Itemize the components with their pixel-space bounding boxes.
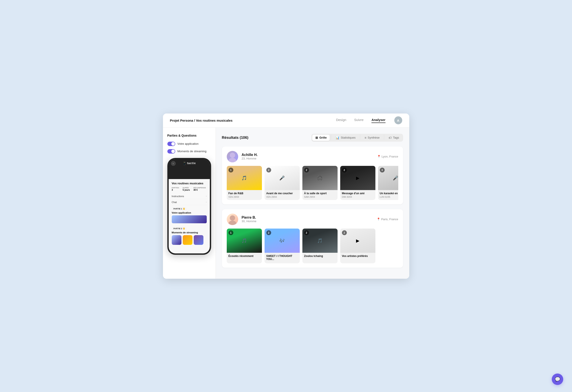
chat-fab-icon: 💬 [555, 376, 560, 382]
location-pin-icon-2: 📍 [377, 218, 380, 221]
main-nav: Design Suivre Analyser [336, 118, 385, 123]
view-controls: ⊞ Grille 📊 Statistiques ≡ Synthèse [311, 134, 403, 142]
media-card-pierre-4[interactable]: ▶ 2 Vos artistes préférés [340, 229, 375, 263]
view-btn-statistiques[interactable]: 📊 Statistiques [333, 135, 358, 141]
media-badge-p4: 2 [342, 230, 347, 235]
tag-icon: 🏷 [389, 136, 392, 139]
divider [331, 135, 331, 139]
media-badge-5: 3 [380, 168, 385, 172]
media-label-achille-1: Fan de R&B [227, 190, 262, 196]
toggle-label-votre-app: Votre application [177, 142, 199, 146]
breadcrumb-project: Projet Persona / [170, 119, 195, 122]
partie-1-badge: PARTIE 1 🖐 [172, 207, 187, 211]
media-badge-2: 2 [266, 168, 271, 172]
media-card-achille-3[interactable]: 🎧 2 À la salle de sport SAM 29/04 [302, 166, 338, 200]
toggle-row-1: Votre application [167, 142, 211, 146]
phone-section-1-title: Votre application [172, 212, 207, 214]
breadcrumb: Projet Persona / Vos routines musicales [170, 119, 336, 122]
person-name-pierre: Pierre B. [242, 216, 256, 220]
tab-analyser[interactable]: Analyser [371, 118, 385, 123]
body-layout: Parties & Questions Votre application Mo… [163, 128, 409, 279]
media-date-pierre-1 [227, 259, 262, 260]
media-badge-4: 2 [342, 168, 347, 172]
media-card-achille-2[interactable]: 🎤 2 Avant de me coucher VEN 28/04 [265, 166, 300, 200]
main-content: Résultats (106) ⊞ Grille 📊 Statistiques … [216, 128, 409, 279]
phone-thumb-1 [172, 235, 181, 245]
media-grid-pierre: 🎵 1 Écoutés récemment 🎶 2 SWEET / I THOU… [227, 229, 398, 263]
media-badge-p3: 2 [304, 230, 309, 235]
tab-suivre[interactable]: Suivre [354, 118, 364, 123]
divider-2 [360, 135, 360, 139]
svg-point-1 [228, 158, 237, 162]
phone-tactix-logo: 📱 tactix [183, 162, 196, 165]
phone-back-button[interactable]: ‹ [171, 161, 176, 166]
view-btn-synthese[interactable]: ≡ Synthèse [362, 135, 383, 141]
view-btn-grille[interactable]: ⊞ Grille [312, 135, 330, 141]
svg-point-0 [230, 153, 235, 158]
media-badge-1: 1 [228, 168, 233, 172]
phone-instructions-item[interactable]: Instructions › [172, 193, 207, 199]
media-label-achille-2: Avant de me coucher [265, 190, 300, 196]
phone-study-title: Vos routines musicales [172, 182, 207, 185]
list-icon: ≡ [365, 136, 366, 139]
person-section-achille: Achille H. 23, Homme 📍 Lyon, France 🎵 [222, 147, 403, 204]
media-card-achille-5[interactable]: 🎤 3 Un karaoké en ligne LUN 01/05 [378, 166, 398, 200]
media-badge-3: 2 [304, 168, 309, 172]
media-card-pierre-3[interactable]: 🎵 2 Zoulou tchaing [302, 229, 338, 263]
media-label-pierre-4: Vos artistes préférés [340, 253, 375, 259]
person-meta-pierre: 30, Homme [242, 220, 256, 223]
media-date-achille-3: SAM 29/04 [302, 196, 338, 200]
media-card-achille-1[interactable]: 🎵 1 Fan de R&B VEN 28/04 [227, 166, 262, 200]
media-label-pierre-3: Zoulou tchaing [302, 253, 338, 259]
avatar[interactable]: A [394, 116, 402, 124]
stats-icon: 📊 [335, 136, 339, 139]
phone-section-1-thumb [172, 215, 207, 223]
media-date-pierre-4 [340, 259, 375, 260]
partie-2-badge: PARTIE 2 🖐 [172, 227, 187, 230]
results-header: Résultats (106) ⊞ Grille 📊 Statistiques … [222, 134, 403, 142]
person-location-pierre: 📍 Paris, France [377, 218, 398, 221]
media-label-pierre-2: SWEET / I THOUGHT YOU... [265, 253, 300, 261]
phone-container: ‹ 📱 tactix Vos routines musicales [167, 158, 211, 255]
sidebar: Parties & Questions Votre application Mo… [163, 128, 216, 279]
person-details-pierre: Pierre B. 30, Homme [242, 216, 256, 223]
toggle-votre-app[interactable] [167, 142, 175, 146]
person-name-achille: Achille H. [242, 153, 258, 157]
phone-thumb-2 [183, 235, 192, 245]
media-date-achille-1: VEN 28/04 [227, 196, 262, 200]
phone-thumb-row [172, 235, 207, 245]
media-date-achille-4: DIM 30/04 [340, 196, 375, 200]
phone-content: Vos routines musicales PARTIES 3 DURÉE 5… [169, 179, 210, 253]
media-label-achille-4: Message d'un ami [340, 190, 375, 196]
phone-frame: ‹ 📱 tactix Vos routines musicales [167, 158, 211, 255]
person-info-pierre: Pierre B. 30, Homme 📍 Paris, France [227, 213, 398, 225]
chat-fab-button[interactable]: 💬 [552, 374, 563, 385]
person-meta-achille: 23, Homme [242, 157, 258, 160]
location-pin-icon: 📍 [377, 155, 381, 158]
media-card-pierre-1[interactable]: 🎵 1 Écoutés récemment [227, 229, 262, 263]
phone-inner: ‹ 📱 tactix Vos routines musicales [169, 159, 210, 253]
svg-point-3 [228, 221, 237, 225]
phone-thumb-3 [194, 235, 203, 245]
media-card-achille-4[interactable]: ▶ 2 Message d'un ami DIM 30/04 [340, 166, 375, 200]
toggle-label-moments: Moments de streaming [177, 149, 207, 153]
media-date-pierre-3 [302, 259, 338, 260]
person-section-pierre: Pierre B. 30, Homme 📍 Paris, France 🎵 [222, 209, 403, 268]
toggle-row-2: Moments de streaming [167, 149, 211, 154]
results-title: Résultats (106) [222, 135, 249, 140]
tactix-label: tactix [187, 162, 196, 165]
app-header: Projet Persona / Vos routines musicales … [163, 114, 409, 128]
toggle-moments[interactable] [167, 149, 175, 154]
media-label-pierre-1: Écoutés récemment [227, 253, 262, 259]
person-info-achille: Achille H. 23, Homme 📍 Lyon, France [227, 151, 398, 162]
phone-section-2-title: Moments de streaming [172, 231, 207, 234]
tab-design[interactable]: Design [336, 118, 346, 123]
media-card-pierre-2[interactable]: 🎶 2 SWEET / I THOUGHT YOU... [265, 229, 300, 263]
phone-chat-item[interactable]: Chat › [172, 199, 207, 205]
media-badge-p2: 2 [266, 230, 271, 235]
media-label-achille-5: Un karaoké en ligne [378, 190, 398, 196]
phone-meta-row: PARTIES 3 DURÉE 5 jours RÉCOMPENSE 30 € [172, 187, 207, 191]
view-btn-tags[interactable]: 🏷 Tags [385, 135, 402, 141]
phone-header-image: ‹ 📱 tactix [169, 159, 210, 179]
divider-3 [384, 135, 384, 139]
